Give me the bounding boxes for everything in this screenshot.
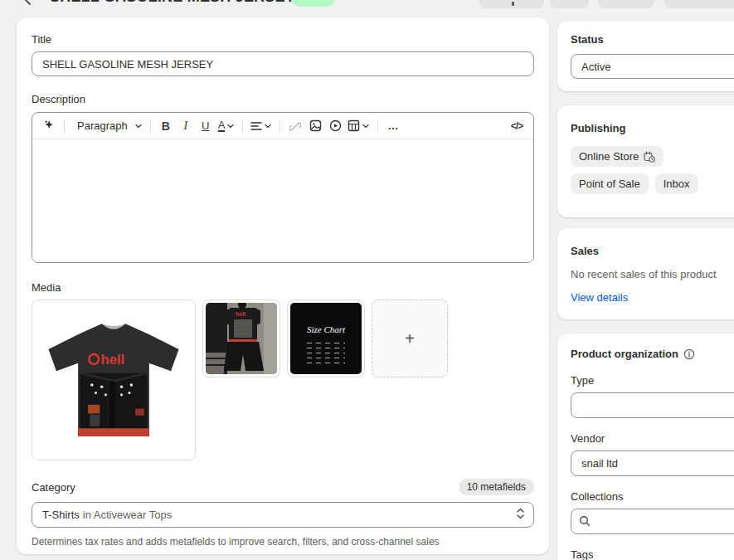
- channel-label: Online Store: [579, 150, 639, 163]
- sales-label: Sales: [571, 245, 734, 257]
- toolbar-divider: [242, 119, 243, 134]
- italic-button[interactable]: I: [176, 116, 196, 136]
- product-details-card: Title Description Paragraph B I U A: [17, 17, 549, 554]
- publishing-channels: Online Store Point of Sale Inbox: [571, 146, 734, 194]
- channel-label: Inbox: [664, 178, 690, 190]
- description-textarea[interactable]: [32, 139, 533, 263]
- back-button[interactable]: [22, 0, 36, 7]
- info-icon[interactable]: [683, 348, 695, 360]
- publishing-card: Publishing Online Store Point of Sale In…: [557, 105, 734, 217]
- magic-text-icon[interactable]: [39, 116, 59, 136]
- title-input[interactable]: [32, 51, 534, 76]
- toolbar-divider: [280, 119, 280, 134]
- chevron-down-icon: [264, 122, 272, 130]
- link-icon[interactable]: [285, 116, 305, 136]
- align-left-icon: [250, 121, 262, 131]
- text-color-label: A: [218, 119, 226, 132]
- title-label: Title: [32, 33, 534, 46]
- category-value-secondary: in Activewear Tops: [83, 509, 172, 521]
- calendar-clock-icon: [644, 151, 655, 163]
- publishing-label: Publishing: [571, 122, 734, 134]
- editor-toolbar: Paragraph B I U A: [32, 113, 533, 139]
- media-label: Media: [32, 281, 534, 294]
- channel-pill-online-store: Online Store: [571, 146, 664, 167]
- collections-search-input[interactable]: [571, 509, 734, 534]
- button-icon: [512, 2, 514, 6]
- tags-field-group: Tags: [571, 548, 734, 560]
- toolbar-divider: [64, 119, 65, 134]
- header-action-button-2[interactable]: [550, 0, 589, 8]
- status-select[interactable]: Active: [571, 54, 734, 79]
- status-value: Active: [581, 61, 610, 73]
- svg-text:hell: hell: [101, 352, 125, 368]
- metafields-badge[interactable]: 10 metafields: [459, 479, 534, 495]
- chevron-down-icon: [134, 122, 143, 130]
- chevron-down-icon: [362, 122, 370, 130]
- product-organization-card: Product organization Type Vendor Collect…: [557, 334, 734, 560]
- add-media-button[interactable]: +: [372, 299, 448, 377]
- image-icon[interactable]: [305, 116, 325, 136]
- status-badge: [292, 0, 335, 7]
- category-label: Category: [32, 481, 75, 494]
- category-select[interactable]: T-Shirts in Activewear Tops: [32, 502, 534, 528]
- channel-pill-inbox: Inbox: [655, 173, 698, 194]
- header-action-button-4[interactable]: [664, 0, 734, 8]
- paragraph-style-dropdown[interactable]: Paragraph: [70, 116, 145, 136]
- text-color-button[interactable]: A: [216, 116, 238, 136]
- collections-label: Collections: [571, 490, 734, 503]
- chevron-down-icon: [226, 122, 235, 130]
- search-icon: [579, 515, 591, 530]
- category-row: Category 10 metafields: [32, 479, 534, 495]
- size-chart-title: Size Chart: [307, 324, 345, 334]
- status-label: Status: [571, 33, 734, 46]
- bold-button[interactable]: B: [156, 116, 176, 136]
- plus-icon: +: [405, 329, 415, 348]
- type-input[interactable]: [571, 392, 734, 418]
- table-icon: [348, 119, 360, 132]
- type-field-group: Type: [571, 374, 734, 418]
- channel-label: Point of Sale: [579, 178, 640, 190]
- alignment-button[interactable]: [248, 116, 275, 136]
- media-thumbnail-size-chart[interactable]: Size Chart: [287, 299, 365, 377]
- channel-pill-point-of-sale: Point of Sale: [571, 173, 649, 194]
- header-action-button-3[interactable]: [598, 0, 654, 8]
- select-chevron-icon: [516, 508, 525, 522]
- tshirt-photo: hell: [43, 318, 184, 442]
- code-view-button[interactable]: </>: [507, 116, 527, 136]
- underline-button[interactable]: U: [196, 116, 216, 136]
- toolbar-divider: [150, 119, 151, 134]
- video-icon[interactable]: [325, 116, 345, 136]
- category-helper-text: Determines tax rates and adds metafields…: [32, 536, 534, 548]
- sales-message: No recent sales of this product: [571, 268, 734, 280]
- sales-card: Sales No recent sales of this product Vi…: [557, 228, 734, 319]
- vendor-label: Vendor: [571, 432, 734, 445]
- tags-label: Tags: [571, 548, 734, 560]
- type-label: Type: [571, 374, 734, 387]
- page-title: SHELL GASOLINE MESH JERSEY: [50, 0, 295, 6]
- category-value: T-Shirts: [42, 509, 80, 521]
- description-editor: Paragraph B I U A: [32, 112, 534, 263]
- vendor-input[interactable]: [571, 450, 734, 476]
- media-thumbnail-model-photo[interactable]: hell: [202, 299, 280, 377]
- toolbar-divider: [377, 119, 378, 134]
- status-card: Status Active: [557, 21, 734, 91]
- description-label: Description: [32, 93, 534, 105]
- view-details-link[interactable]: View details: [571, 291, 628, 304]
- vendor-field-group: Vendor: [571, 432, 734, 476]
- size-chart-table: [307, 343, 345, 364]
- media-thumbnail-product-front[interactable]: hell: [32, 299, 196, 460]
- paragraph-style-label: Paragraph: [72, 119, 133, 132]
- media-grid: hell: [32, 299, 534, 460]
- more-options-button[interactable]: …: [383, 116, 403, 136]
- product-detail-page: SHELL GASOLINE MESH JERSEY Title Descrip…: [0, 0, 734, 560]
- table-button[interactable]: [345, 116, 372, 136]
- size-chart-image: Size Chart: [290, 303, 362, 374]
- product-organization-header: Product organization: [571, 348, 734, 360]
- collections-field-group: Collections: [571, 490, 734, 534]
- svg-text:hell: hell: [236, 311, 245, 317]
- product-organization-label: Product organization: [571, 348, 678, 360]
- model-photo: hell: [206, 303, 277, 374]
- header-action-button-1[interactable]: [479, 0, 544, 8]
